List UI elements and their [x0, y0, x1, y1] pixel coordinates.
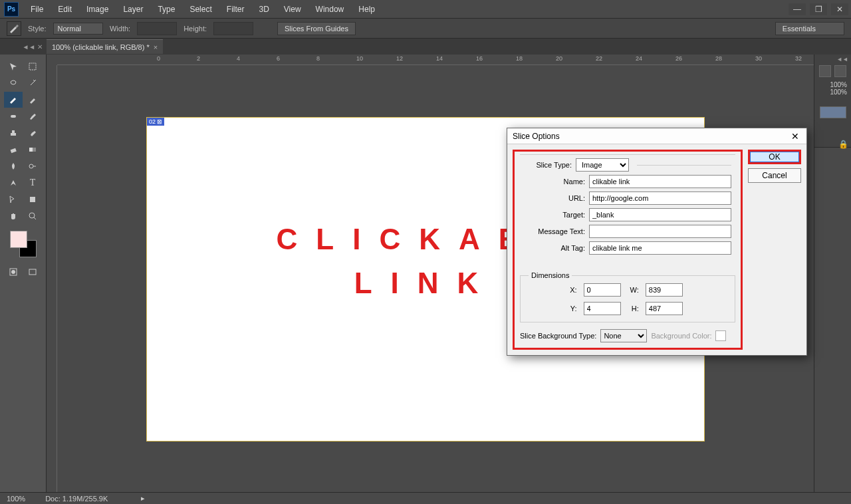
svg-point-9 — [11, 270, 15, 274]
alt-input[interactable] — [589, 241, 731, 255]
svg-rect-10 — [29, 269, 36, 275]
menu-edit[interactable]: Edit — [51, 2, 78, 17]
opacity-value[interactable]: 100% — [814, 81, 851, 88]
options-bar: Style: Normal Width: Height: Slices From… — [0, 19, 851, 39]
y-input[interactable] — [584, 302, 621, 315]
svg-point-7 — [29, 213, 35, 218]
h-input[interactable] — [646, 302, 683, 315]
target-input[interactable] — [589, 208, 731, 221]
eraser-tool[interactable] — [4, 142, 23, 158]
x-input[interactable] — [584, 283, 621, 297]
lock-icon: 🔒 — [838, 140, 848, 149]
doc-size: Doc: 1.19M/255.9K — [45, 495, 108, 503]
dialog-title: Slice Options — [513, 132, 560, 141]
bg-type-select[interactable]: None — [600, 329, 647, 342]
height-label: Height: — [183, 25, 207, 33]
slice-options-dialog: Slice Options ✕ Slice Type: Image Name: … — [507, 128, 807, 356]
url-label: URL: — [524, 194, 585, 202]
app-logo: Ps — [4, 2, 19, 17]
brush-tool[interactable] — [23, 108, 42, 124]
pen-tool[interactable] — [4, 175, 23, 191]
w-label: W: — [630, 286, 639, 294]
url-input[interactable] — [589, 191, 731, 205]
wand-tool[interactable] — [23, 75, 42, 91]
menu-image[interactable]: Image — [80, 2, 115, 17]
color-swatches[interactable] — [10, 231, 37, 257]
maximize-button[interactable]: ❐ — [810, 3, 827, 15]
svg-rect-2 — [11, 148, 17, 153]
zoom-tool[interactable] — [23, 208, 42, 224]
name-input[interactable] — [589, 175, 731, 188]
slice-type-select[interactable]: Image — [576, 158, 629, 172]
vertical-ruler — [47, 65, 57, 492]
menu-help[interactable]: Help — [352, 2, 382, 17]
gradient-tool[interactable] — [23, 142, 42, 158]
hand-tool[interactable] — [4, 208, 23, 224]
tools-panel: T — [0, 55, 47, 492]
marquee-tool[interactable] — [23, 59, 42, 74]
menu-filter[interactable]: Filter — [220, 2, 251, 17]
style-label: Style: — [28, 25, 47, 33]
layer-thumb[interactable] — [820, 106, 846, 118]
message-input[interactable] — [589, 225, 731, 238]
menu-file[interactable]: File — [24, 2, 50, 17]
path-tool[interactable] — [4, 191, 23, 207]
panel-collapse-icon[interactable]: ◄◄ ✕ — [0, 39, 47, 55]
bg-type-label: Slice Background Type: — [520, 332, 596, 340]
foreground-color[interactable] — [10, 231, 27, 248]
move-tool[interactable] — [4, 59, 23, 74]
document-tab[interactable]: 100% (clickable link, RGB/8) * × — [47, 39, 163, 54]
horizontal-ruler: 0 2 4 6 8 10 12 14 16 18 20 22 24 26 28 … — [57, 55, 851, 65]
bg-color-swatch — [715, 330, 726, 341]
message-label: Message Text: — [524, 227, 585, 235]
fill-value[interactable]: 100% — [814, 88, 851, 96]
menu-3d[interactable]: 3D — [252, 2, 275, 17]
document-tab-label: 100% (clickable link, RGB/8) * — [52, 43, 150, 51]
y-label: Y: — [570, 305, 576, 313]
menu-window[interactable]: Window — [309, 2, 351, 17]
ok-button[interactable]: OK — [748, 150, 801, 164]
tab-close-icon[interactable]: × — [154, 43, 158, 51]
height-input[interactable] — [213, 22, 253, 35]
slice-tool-icon[interactable] — [7, 21, 21, 36]
zoom-value[interactable]: 100% — [7, 495, 25, 503]
blur-tool[interactable] — [4, 158, 23, 174]
close-button[interactable]: ✕ — [831, 3, 848, 15]
bg-color-label: Background Color: — [651, 332, 711, 340]
style-select[interactable]: Normal — [53, 23, 103, 35]
workspace-switcher[interactable]: Essentials — [775, 22, 844, 35]
cancel-button[interactable]: Cancel — [748, 168, 801, 183]
screenmode-tool[interactable] — [23, 264, 42, 280]
right-panel-header: ◄◄ 100% 100% 🔒 — [814, 55, 851, 148]
document-tabs: ◄◄ ✕ 100% (clickable link, RGB/8) * × — [0, 39, 851, 55]
width-input[interactable] — [137, 22, 177, 35]
quickmask-tool[interactable] — [4, 264, 23, 280]
lasso-tool[interactable] — [4, 75, 23, 91]
dialog-titlebar[interactable]: Slice Options ✕ — [507, 128, 806, 144]
stamp-tool[interactable] — [4, 125, 23, 141]
slice-tool[interactable] — [4, 92, 23, 108]
menu-layer[interactable]: Layer — [116, 2, 150, 17]
eyedropper-tool[interactable] — [23, 92, 42, 108]
dodge-tool[interactable] — [23, 158, 42, 174]
w-input[interactable] — [646, 283, 683, 297]
dialog-close-icon[interactable]: ✕ — [789, 130, 801, 142]
panel-icon[interactable] — [819, 65, 831, 77]
menu-view[interactable]: View — [277, 2, 308, 17]
heal-tool[interactable] — [4, 108, 23, 124]
svg-point-5 — [29, 164, 33, 168]
slices-from-guides-button[interactable]: Slices From Guides — [277, 22, 356, 35]
menu-type[interactable]: Type — [151, 2, 182, 17]
panel-icon[interactable] — [834, 65, 846, 77]
minimize-button[interactable]: — — [789, 3, 806, 15]
svg-rect-1 — [11, 115, 16, 118]
width-label: Width: — [110, 25, 130, 33]
status-arrow-icon[interactable]: ▸ — [141, 494, 145, 503]
svg-rect-0 — [29, 63, 36, 70]
type-tool[interactable]: T — [23, 175, 42, 191]
history-brush-tool[interactable] — [23, 125, 42, 141]
svg-rect-6 — [30, 197, 35, 202]
menu-select[interactable]: Select — [183, 2, 218, 17]
shape-tool[interactable] — [23, 191, 42, 207]
slice-badge[interactable]: 02 ⊠ — [147, 118, 164, 126]
